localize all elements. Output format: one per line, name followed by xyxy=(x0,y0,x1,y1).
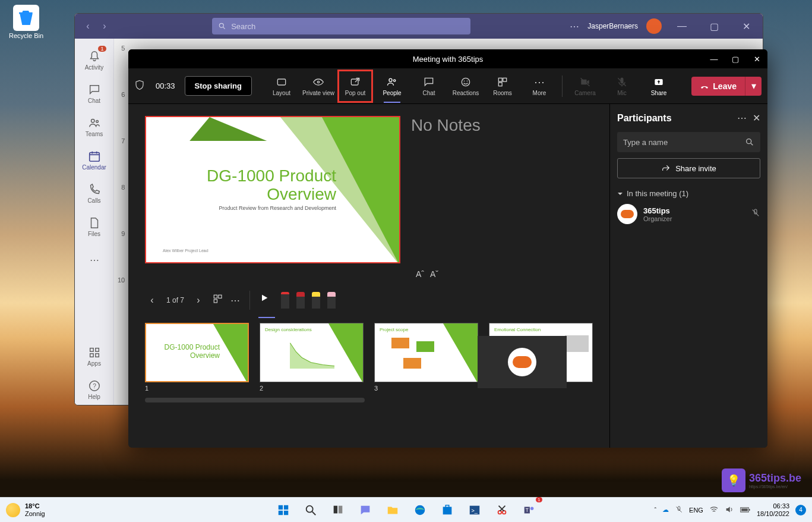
shield-icon[interactable] xyxy=(134,80,151,93)
pop-out-button[interactable]: Pop out xyxy=(337,70,373,103)
meeting-maximize-icon[interactable]: ▢ xyxy=(727,52,744,66)
minimize-icon[interactable]: — xyxy=(670,17,694,35)
taskview-button[interactable] xyxy=(327,499,349,521)
taskbar-app-teams[interactable]: T1 xyxy=(519,499,540,521)
chat-icon xyxy=(88,83,101,96)
cursor-tool-button[interactable] xyxy=(260,293,274,307)
pen-tool-button[interactable] xyxy=(296,292,305,309)
user-name-label: JasperBernaers xyxy=(587,22,638,30)
participant-avatar xyxy=(617,204,637,224)
share-button[interactable]: Share xyxy=(641,70,677,103)
private-view-button[interactable]: Private view xyxy=(301,70,336,103)
search-input[interactable]: Search xyxy=(212,18,470,34)
tray-lang[interactable]: ENG xyxy=(689,507,703,514)
phone-icon xyxy=(88,183,101,196)
taskbar-app-powershell[interactable]: >_ xyxy=(464,499,485,521)
smile-icon xyxy=(460,76,472,88)
nav-fwd-icon[interactable]: › xyxy=(96,18,113,34)
apps-icon xyxy=(88,346,101,359)
sidebar-item-activity[interactable]: Activity 1 xyxy=(77,45,112,76)
sidebar-item-teams[interactable]: Teams xyxy=(77,111,112,142)
participants-section-header[interactable]: In this meeting (1) xyxy=(617,189,760,198)
meeting-close-icon[interactable]: ✕ xyxy=(748,52,765,66)
taskbar-app-snip[interactable] xyxy=(491,499,513,521)
chevron-down-icon: ▾ xyxy=(751,80,756,92)
sidebar-item-files[interactable]: Files xyxy=(77,211,112,242)
presenter-more-button[interactable]: ⋯ xyxy=(230,295,240,306)
tray-chevron-icon[interactable]: ˆ xyxy=(654,507,656,514)
rooms-icon xyxy=(497,76,508,88)
mic-button[interactable]: Mic xyxy=(604,70,640,103)
prev-slide-button[interactable]: ‹ xyxy=(145,295,159,306)
thumbnail-scrollbar[interactable] xyxy=(145,398,365,402)
taskbar-app-explorer[interactable] xyxy=(382,499,403,521)
taskbar-app-store[interactable] xyxy=(437,499,458,521)
search-icon xyxy=(745,137,754,147)
svg-point-15 xyxy=(317,81,319,83)
tray-onedrive-icon[interactable]: ☁ xyxy=(662,506,669,514)
maximize-icon[interactable]: ▢ xyxy=(702,17,726,35)
sidebar-item-chat[interactable]: Chat xyxy=(77,78,112,109)
sidebar-item-calendar[interactable]: Calendar xyxy=(77,144,112,175)
stop-sharing-button[interactable]: Stop sharing xyxy=(185,76,252,96)
participant-mute-icon[interactable] xyxy=(751,208,760,220)
sidebar-item-help[interactable]: ? Help xyxy=(77,374,112,405)
people-button[interactable]: People xyxy=(374,70,410,103)
sidebar-item-apps[interactable]: Apps xyxy=(77,341,112,372)
reactions-button[interactable]: Reactions xyxy=(448,70,484,103)
chat-button[interactable]: Chat xyxy=(411,70,447,103)
laser-tool-button[interactable] xyxy=(281,292,289,309)
participants-close-icon[interactable]: ✕ xyxy=(753,112,760,124)
teams-icon xyxy=(88,117,101,130)
start-button[interactable] xyxy=(273,499,294,521)
weather-widget[interactable]: 18°C Zonnig xyxy=(6,502,45,517)
presenter-bar: ‹ 1 of 7 › ⋯ xyxy=(145,291,593,310)
avatar[interactable] xyxy=(646,18,662,34)
grid-view-button[interactable] xyxy=(213,294,223,307)
svg-point-2 xyxy=(91,119,94,122)
sidebar-item-more[interactable]: ⋯ xyxy=(77,244,112,275)
rooms-button[interactable]: Rooms xyxy=(485,70,520,103)
camera-button[interactable]: Camera xyxy=(567,70,603,103)
font-decrease-button[interactable]: Aˇ xyxy=(430,269,438,279)
nav-back-icon[interactable]: ‹ xyxy=(80,18,96,34)
participants-title: Participants xyxy=(617,113,672,124)
more-icon[interactable]: ⋯ xyxy=(570,21,579,32)
layout-button[interactable]: Layout xyxy=(264,70,299,103)
meeting-minimize-icon[interactable]: — xyxy=(706,52,722,66)
taskbar-app-edge[interactable] xyxy=(409,499,431,521)
font-increase-button[interactable]: Aˆ xyxy=(416,269,424,279)
thumbnail-3[interactable]: Project scope 3 xyxy=(374,323,478,392)
tray-battery-icon[interactable] xyxy=(740,507,751,514)
leave-button[interactable]: Leave xyxy=(691,77,745,96)
thumbnail-2[interactable]: Design considerations 2 xyxy=(260,323,364,392)
svg-rect-14 xyxy=(277,79,285,85)
share-invite-button[interactable]: Share invite xyxy=(617,158,760,178)
sidebar-item-calls[interactable]: Calls xyxy=(77,178,112,209)
close-icon[interactable]: ✕ xyxy=(734,17,758,35)
highlighter-tool-button[interactable] xyxy=(312,292,320,309)
participant-row[interactable]: 365tips Organizer xyxy=(617,204,760,224)
eraser-tool-button[interactable] xyxy=(327,292,336,309)
svg-line-41 xyxy=(312,511,315,515)
thumbnail-1[interactable]: DG-1000 Product Overview 1 xyxy=(145,323,249,392)
participants-search-input[interactable]: Type a name xyxy=(617,132,760,152)
camera-pip[interactable] xyxy=(478,336,567,388)
leave-dropdown[interactable]: ▾ xyxy=(745,77,762,96)
svg-point-18 xyxy=(394,79,396,81)
svg-rect-10 xyxy=(90,353,93,357)
taskbar-app-chat[interactable] xyxy=(355,499,376,521)
tray-clock[interactable]: 06:33 18/10/2022 xyxy=(757,502,789,517)
tray-volume-icon[interactable] xyxy=(725,505,734,515)
recycle-bin[interactable]: Recycle Bin xyxy=(5,5,48,39)
calendar-icon xyxy=(88,150,101,163)
participants-more-icon[interactable]: ⋯ xyxy=(737,112,747,124)
taskbar-search-button[interactable] xyxy=(300,499,321,521)
svg-point-0 xyxy=(219,23,223,27)
tray-wifi-icon[interactable] xyxy=(709,505,719,515)
more-button[interactable]: ⋯ More xyxy=(522,70,557,103)
next-slide-button[interactable]: › xyxy=(191,295,206,306)
svg-rect-23 xyxy=(503,78,507,81)
notification-badge[interactable]: 4 xyxy=(795,505,806,515)
tray-mic-icon[interactable] xyxy=(675,505,683,515)
